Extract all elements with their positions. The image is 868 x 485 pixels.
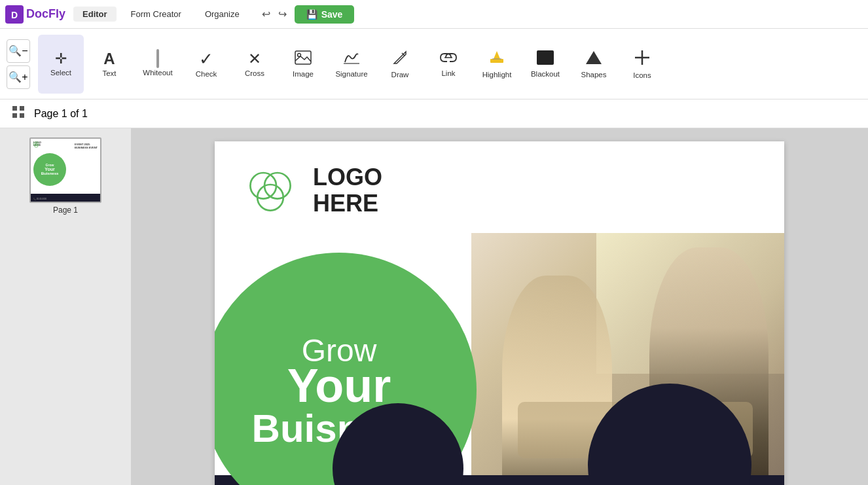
svg-rect-7 — [490, 59, 503, 63]
top-bar: D DocFly Editor Form Creator Organize ↩ … — [0, 0, 868, 29]
svg-rect-2 — [295, 51, 311, 64]
save-icon: 💾 — [306, 9, 317, 20]
link-label: Link — [441, 69, 455, 77]
tool-shapes[interactable]: Shapes — [571, 35, 617, 94]
logo-rings-svg — [241, 161, 300, 220]
grid-view-button[interactable] — [9, 103, 27, 124]
save-button[interactable]: 💾 Save — [295, 5, 355, 24]
draw-icon — [392, 50, 408, 68]
text-icon: A — [103, 51, 115, 67]
logo-area: D DocFly — [5, 5, 65, 24]
tool-image[interactable]: Image — [280, 35, 326, 94]
docfly-logo-icon: D — [5, 5, 24, 24]
page-1-thumbnail: LOGOHERE Grow Your Buisness EVENT 2025BU… — [29, 137, 101, 203]
signature-icon — [342, 50, 361, 67]
tool-check[interactable]: ✓ Check — [183, 35, 229, 94]
canvas-area: LOGO HERE Grow — [131, 128, 868, 485]
highlight-label: Highlight — [482, 71, 512, 79]
tab-editor[interactable]: Editor — [73, 7, 117, 22]
tool-icons[interactable]: Icons — [619, 35, 665, 94]
document-canvas: LOGO HERE Grow — [215, 141, 784, 485]
breadcrumb-bar: Page 1 of 1 — [0, 99, 868, 128]
whiteout-label: Whiteout — [143, 69, 172, 77]
zoom-group: 🔍− 🔍+ — [7, 39, 30, 89]
zoom-in-button[interactable]: 🔍+ — [7, 65, 30, 89]
tool-draw[interactable]: Draw — [377, 35, 423, 94]
shapes-label: Shapes — [581, 71, 606, 79]
cross-label: Cross — [245, 69, 264, 77]
page-1-label: Page 1 — [53, 206, 78, 215]
page-indicator: Page 1 of 1 — [34, 108, 88, 120]
svg-rect-13 — [20, 106, 24, 111]
svg-rect-14 — [12, 113, 17, 118]
text-label: Text — [102, 69, 116, 77]
tool-text[interactable]: A Text — [86, 35, 132, 94]
tab-organize[interactable]: Organize — [196, 7, 249, 22]
logo-here-text: LOGO HERE — [313, 164, 382, 216]
image-label: Image — [293, 70, 314, 78]
svg-rect-12 — [12, 106, 17, 111]
tool-link[interactable]: Link — [425, 35, 471, 94]
select-icon: ✛ — [55, 52, 67, 66]
tool-blackout[interactable]: Blackout — [522, 35, 568, 94]
save-label: Save — [321, 9, 343, 20]
your-text: Your — [287, 362, 391, 409]
cross-icon: ✕ — [248, 51, 261, 67]
shapes-icon — [585, 50, 603, 68]
tool-highlight[interactable]: Highlight — [474, 35, 520, 94]
zoom-out-button[interactable]: 🔍− — [7, 39, 30, 63]
undo-button[interactable]: ↩ — [259, 7, 273, 22]
whiteout-icon — [156, 52, 159, 66]
link-icon — [439, 51, 458, 67]
doc-lower: Grow Your Buisness — [215, 233, 784, 485]
grid-icon — [12, 105, 25, 118]
tool-select[interactable]: ✛ Select — [38, 35, 84, 94]
main-content: LOGOHERE Grow Your Buisness EVENT 2025BU… — [0, 128, 868, 485]
tool-cross[interactable]: ✕ Cross — [232, 35, 278, 94]
blackout-icon — [537, 50, 554, 67]
tool-whiteout[interactable]: Whiteout — [135, 35, 181, 94]
check-icon: ✓ — [199, 50, 213, 67]
zoom-in-icon: 🔍+ — [9, 71, 27, 83]
svg-rect-15 — [20, 113, 24, 118]
page-1-thumbnail-container[interactable]: LOGOHERE Grow Your Buisness EVENT 2025BU… — [29, 137, 101, 215]
select-label: Select — [50, 69, 71, 77]
blackout-label: Blackout — [531, 70, 560, 78]
doc-header: LOGO HERE — [215, 141, 784, 233]
zoom-out-icon: 🔍− — [9, 45, 27, 57]
svg-text:D: D — [11, 10, 18, 20]
tool-signature[interactable]: Signature — [329, 35, 374, 94]
sidebar: LOGOHERE Grow Your Buisness EVENT 2025BU… — [0, 128, 131, 485]
logo-text: DocFly — [26, 7, 65, 21]
toolbar: 🔍− 🔍+ ✛ Select A Text Whiteout ✓ Check ✕… — [0, 29, 868, 99]
draw-label: Draw — [391, 71, 409, 79]
tab-form-creator[interactable]: Form Creator — [122, 7, 190, 22]
image-icon — [295, 50, 312, 67]
redo-button[interactable]: ↪ — [276, 7, 289, 22]
undo-redo-group: ↩ ↪ — [259, 7, 289, 22]
icons-icon — [634, 49, 651, 69]
highlight-icon — [488, 50, 505, 68]
check-label: Check — [196, 70, 217, 78]
signature-label: Signature — [335, 70, 367, 78]
svg-marker-9 — [586, 51, 602, 64]
icons-label: Icons — [633, 71, 651, 79]
